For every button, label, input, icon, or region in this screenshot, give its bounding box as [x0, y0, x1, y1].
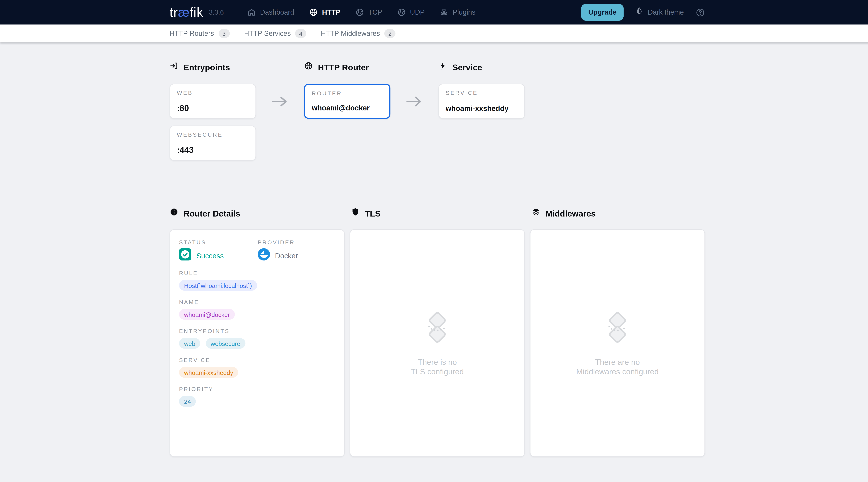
tab-http-middlewares[interactable]: HTTP Middlewares 2: [321, 25, 396, 42]
nav-item-plugins[interactable]: Plugins: [440, 8, 475, 17]
logo-prefix: tr: [169, 5, 178, 20]
nav-item-udp[interactable]: UDP: [397, 8, 425, 17]
upgrade-button[interactable]: Upgrade: [581, 4, 624, 21]
service-card[interactable]: SERVICE whoami-xxsheddy: [438, 84, 525, 119]
entrypoint-card-web: WEB :80: [169, 84, 256, 119]
plugins-cubes-icon: [440, 8, 448, 17]
tls-empty-line-2: TLS configured: [411, 367, 464, 376]
nav-item-dashboard[interactable]: Dashboard: [247, 8, 294, 17]
middlewares-empty-line-1: There are no: [595, 358, 640, 367]
status-value: Success: [196, 251, 224, 260]
router-details-header: Router Details: [169, 208, 351, 219]
traefik-logo[interactable]: træfik: [169, 5, 203, 20]
arrow-right-icon: [391, 84, 438, 119]
tls-card: There is no TLS configured: [350, 229, 525, 457]
name-pill: whoami@docker: [179, 309, 235, 320]
globe-icon: [304, 61, 313, 72]
login-arrow-icon: [169, 61, 179, 72]
empty-layers-icon: [601, 310, 633, 344]
middlewares-header: Middlewares: [532, 208, 596, 219]
empty-layers-icon: [421, 310, 454, 344]
service-pill: whoami-xxsheddy: [179, 367, 238, 378]
success-check-icon: [179, 248, 191, 263]
routers-count-badge: 3: [218, 29, 229, 38]
docker-icon: [258, 248, 270, 263]
entrypoints-section-header: Entrypoints: [169, 61, 304, 72]
droplet-icon: [636, 7, 643, 18]
arrow-right-icon: [256, 84, 304, 119]
entrypoint-pill-web: web: [179, 338, 200, 349]
flash-icon: [438, 61, 447, 72]
top-navbar: træfik 3.3.6 Dashboard HTTP TCP: [0, 0, 868, 25]
http-router-section-header: HTTP Router: [304, 61, 438, 72]
version-label: 3.3.6: [209, 8, 224, 16]
middlewares-count-badge: 2: [384, 29, 396, 38]
info-icon: [169, 208, 179, 219]
home-icon: [247, 8, 256, 17]
globe-tcp-icon: [355, 8, 364, 17]
tls-empty-line-1: There is no: [418, 358, 457, 367]
main-nav: Dashboard HTTP TCP UDP Plugins: [247, 8, 475, 17]
tls-header: TLS: [351, 208, 532, 219]
logo-suffix: fik: [190, 5, 203, 20]
nav-item-tcp[interactable]: TCP: [355, 8, 382, 17]
middlewares-empty-line-2: Middlewares configured: [576, 367, 659, 376]
tab-http-services[interactable]: HTTP Services 4: [244, 25, 306, 42]
traefik-dashboard: træfik 3.3.6 Dashboard HTTP TCP: [0, 0, 868, 482]
service-section-header: Service: [438, 61, 573, 72]
router-card[interactable]: ROUTER whoami@docker: [304, 84, 391, 119]
rule-pill: Host(`whoami.localhost`): [179, 280, 257, 291]
globe-icon: [309, 8, 318, 17]
shield-icon: [351, 208, 360, 219]
entrypoint-card-websecure: WEBSECURE :443: [169, 125, 256, 160]
help-icon[interactable]: [695, 7, 705, 17]
theme-toggle[interactable]: Dark theme: [636, 7, 684, 18]
layers-icon: [532, 208, 540, 219]
router-details-card: STATUS Success PROVIDER Docker: [169, 229, 345, 457]
provider-value: Docker: [275, 251, 298, 260]
services-count-badge: 4: [295, 29, 306, 38]
nav-item-http[interactable]: HTTP: [309, 8, 340, 17]
tab-http-routers[interactable]: HTTP Routers 3: [169, 25, 229, 42]
http-subnav: HTTP Routers 3 HTTP Services 4 HTTP Midd…: [0, 25, 868, 42]
globe-udp-icon: [397, 8, 406, 17]
priority-pill: 24: [179, 396, 196, 406]
entrypoint-pill-websecure: websecure: [206, 338, 245, 349]
middlewares-card: There are no Middlewares configured: [530, 229, 705, 457]
logo-ae: æ: [178, 5, 190, 20]
